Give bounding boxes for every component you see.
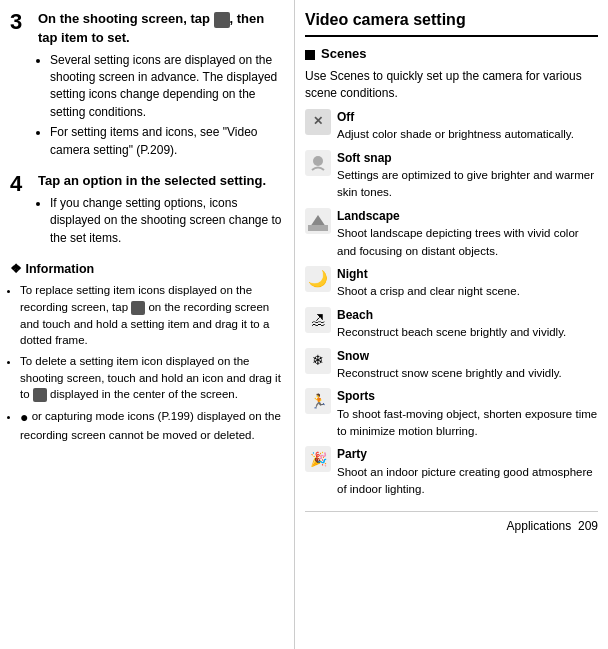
step-3-bullet-2: For setting items and icons, see "Video … <box>50 124 282 159</box>
scene-landscape-desc: Shoot landscape depicting trees with viv… <box>337 227 579 256</box>
information-section: Information To replace setting item icon… <box>10 260 282 444</box>
scene-off-text: Off Adjust color shade or brightness aut… <box>337 109 598 144</box>
scene-party-name: Party <box>337 447 367 461</box>
scene-night: 🌙 Night Shoot a crisp and clear night sc… <box>305 266 598 301</box>
step-3-content: On the shooting screen, tap , then tap i… <box>38 10 282 162</box>
scene-party: 🎉 Party Shoot an indoor picture creating… <box>305 446 598 498</box>
scene-landscape: Landscape Shoot landscape depicting tree… <box>305 208 598 260</box>
scenes-desc: Use Scenes to quickly set up the camera … <box>305 68 598 103</box>
footer-label: Applications <box>507 518 572 535</box>
right-header: Video camera setting <box>305 8 598 37</box>
step-3-title: On the shooting screen, tap , then tap i… <box>38 10 282 48</box>
scene-beach: 🏖 Beach Reconstruct beach scene brightly… <box>305 307 598 342</box>
scene-landscape-text: Landscape Shoot landscape depicting tree… <box>337 208 598 260</box>
scene-party-text: Party Shoot an indoor picture creating g… <box>337 446 598 498</box>
scene-sports-desc: To shoot fast-moving object, shorten exp… <box>337 408 597 437</box>
scene-beach-desc: Reconstruct beach scene brightly and viv… <box>337 326 566 338</box>
info-item-3: ● or capturing mode icons (P.199) displa… <box>20 407 282 444</box>
scene-night-desc: Shoot a crisp and clear night scene. <box>337 285 520 297</box>
right-column: Video camera setting Scenes Use Scenes t… <box>295 0 608 649</box>
scenes-title: Scenes <box>305 45 598 64</box>
party-icon: 🎉 <box>305 446 331 472</box>
scene-sports: 🏃 Sports To shoot fast-moving object, sh… <box>305 388 598 440</box>
scene-soft-snap-text: Soft snap Settings are optimized to give… <box>337 150 598 202</box>
step-3-body: Several setting icons are displayed on t… <box>38 52 282 159</box>
step-4-bullet-1: If you change setting options, icons dis… <box>50 195 282 247</box>
scene-soft-snap-name: Soft snap <box>337 151 392 165</box>
scene-party-desc: Shoot an indoor picture creating good at… <box>337 466 593 495</box>
info-item-2: To delete a setting item icon displayed … <box>20 353 282 403</box>
scene-sports-name: Sports <box>337 389 375 403</box>
scene-soft-snap-desc: Settings are optimized to give brighter … <box>337 169 594 198</box>
beach-icon: 🏖 <box>305 307 331 333</box>
left-column: 3 On the shooting screen, tap , then tap… <box>0 0 295 649</box>
scene-snow-desc: Reconstruct snow scene brightly and vivi… <box>337 367 562 379</box>
scene-sports-text: Sports To shoot fast-moving object, shor… <box>337 388 598 440</box>
svg-point-0 <box>313 156 323 166</box>
svg-rect-2 <box>308 225 328 231</box>
step-3-number: 3 <box>10 10 38 162</box>
scene-beach-name: Beach <box>337 308 373 322</box>
information-title: Information <box>10 260 282 278</box>
step-4-content: Tap an option in the selected setting. I… <box>38 172 282 250</box>
scene-landscape-name: Landscape <box>337 209 400 223</box>
scene-snow: ❄ Snow Reconstruct snow scene brightly a… <box>305 348 598 383</box>
landscape-icon <box>305 208 331 234</box>
scene-snow-text: Snow Reconstruct snow scene brightly and… <box>337 348 598 383</box>
scene-soft-snap: Soft snap Settings are optimized to give… <box>305 150 598 202</box>
step-3: 3 On the shooting screen, tap , then tap… <box>10 10 282 162</box>
off-icon: ✕ <box>305 109 331 135</box>
footer-page: 209 <box>578 518 598 535</box>
scene-beach-text: Beach Reconstruct beach scene brightly a… <box>337 307 598 342</box>
scene-night-name: Night <box>337 267 368 281</box>
scene-off-name: Off <box>337 110 354 124</box>
snow-icon: ❄ <box>305 348 331 374</box>
step-4-title: Tap an option in the selected setting. <box>38 172 282 191</box>
info-item-1: To replace setting item icons displayed … <box>20 282 282 349</box>
step-3-bullet-1: Several setting icons are displayed on t… <box>50 52 282 122</box>
step-4-body: If you change setting options, icons dis… <box>38 195 282 247</box>
step-4: 4 Tap an option in the selected setting.… <box>10 172 282 250</box>
step-4-number: 4 <box>10 172 38 250</box>
night-icon: 🌙 <box>305 266 331 292</box>
scene-night-text: Night Shoot a crisp and clear night scen… <box>337 266 598 301</box>
soft-snap-icon <box>305 150 331 176</box>
information-body: To replace setting item icons displayed … <box>10 282 282 444</box>
scene-off-desc: Adjust color shade or brightness automat… <box>337 128 574 140</box>
scene-off: ✕ Off Adjust color shade or brightness a… <box>305 109 598 144</box>
scene-snow-name: Snow <box>337 349 369 363</box>
black-square-icon <box>305 50 315 60</box>
sports-icon: 🏃 <box>305 388 331 414</box>
